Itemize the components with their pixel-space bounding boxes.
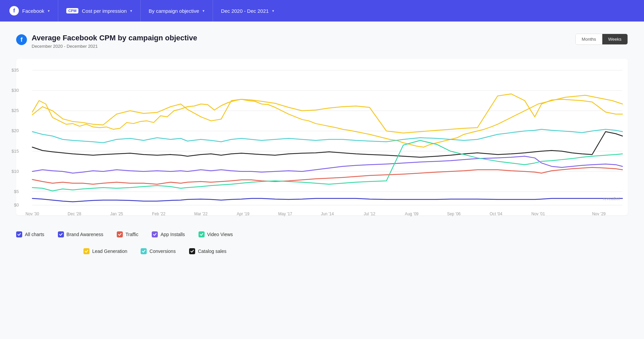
breakdown-label: By campaign objective bbox=[149, 8, 199, 14]
legend-item-brand-awareness[interactable]: Brand Awareness bbox=[58, 231, 103, 237]
svg-text:Feb '22: Feb '22 bbox=[152, 212, 166, 216]
brand-awareness-checkbox[interactable] bbox=[58, 231, 64, 237]
all-charts-label: All charts bbox=[25, 232, 44, 237]
svg-text:Sep '06: Sep '06 bbox=[447, 212, 461, 216]
cpm-badge: CPM bbox=[66, 8, 78, 13]
legend-item-traffic[interactable]: Traffic bbox=[117, 231, 138, 237]
svg-text:$5: $5 bbox=[14, 189, 19, 194]
app-installs-checkbox[interactable] bbox=[152, 231, 158, 237]
svg-text:Jul '12: Jul '12 bbox=[364, 212, 375, 216]
main-content: f Average Facebook CPM by campaign objec… bbox=[0, 22, 644, 339]
svg-text:Mar '22: Mar '22 bbox=[194, 212, 208, 216]
lead-generation-label: Lead Generation bbox=[92, 249, 127, 254]
svg-text:Nov '01: Nov '01 bbox=[531, 212, 545, 216]
chart-container: $35 $30 $25 $20 $15 $10 $5 $0 Nov '30 De… bbox=[16, 59, 628, 215]
period-toggle: Months Weeks bbox=[575, 34, 628, 45]
video-views-checkbox[interactable] bbox=[199, 231, 205, 237]
metric-chevron-icon: ▾ bbox=[130, 9, 132, 13]
brand-awareness-label: Brand Awareness bbox=[67, 232, 103, 237]
svg-text:Apr '19: Apr '19 bbox=[237, 212, 250, 216]
traffic-checkbox[interactable] bbox=[117, 231, 123, 237]
legend-item-app-installs[interactable]: App Installs bbox=[152, 231, 185, 237]
chart-svg: $35 $30 $25 $20 $15 $10 $5 $0 Nov '30 De… bbox=[32, 67, 622, 209]
legend-item-catalog-sales[interactable]: Catalog sales bbox=[189, 248, 226, 254]
legend-item-video-views[interactable]: Video Views bbox=[199, 231, 233, 237]
conversions-label: Conversions bbox=[149, 249, 176, 254]
svg-text:Jan '25: Jan '25 bbox=[110, 212, 123, 216]
conversions-checkbox[interactable] bbox=[141, 248, 147, 254]
legend: All charts Brand Awareness Traffic App I… bbox=[16, 226, 628, 254]
svg-text:$20: $20 bbox=[11, 128, 19, 133]
date-range-label: Dec 2020 - Dec 2021 bbox=[221, 8, 269, 14]
traffic-label: Traffic bbox=[126, 232, 138, 237]
svg-text:$10: $10 bbox=[11, 169, 19, 174]
svg-text:$15: $15 bbox=[11, 149, 19, 154]
chart-title-block: Average Facebook CPM by campaign objecti… bbox=[32, 34, 197, 49]
facebook-chevron-icon: ▾ bbox=[48, 9, 50, 13]
app-installs-label: App Installs bbox=[160, 232, 185, 237]
date-chevron-icon: ▾ bbox=[272, 9, 274, 13]
watermark: revealbot bbox=[603, 196, 620, 201]
catalog-sales-label: Catalog sales bbox=[198, 249, 226, 254]
breakdown-chevron-icon: ▾ bbox=[203, 9, 205, 13]
svg-text:$30: $30 bbox=[11, 88, 19, 93]
video-views-label: Video Views bbox=[207, 232, 233, 237]
facebook-label: Facebook bbox=[22, 8, 44, 14]
breakdown-dropdown[interactable]: By campaign objective ▾ bbox=[141, 0, 213, 22]
svg-text:$25: $25 bbox=[11, 108, 19, 113]
svg-text:$35: $35 bbox=[11, 68, 19, 73]
date-range-dropdown[interactable]: Dec 2020 - Dec 2021 ▾ bbox=[213, 0, 282, 22]
facebook-logo-icon: f bbox=[9, 6, 19, 15]
svg-text:Nov '30: Nov '30 bbox=[26, 212, 39, 216]
metric-label: Cost per impression bbox=[82, 8, 127, 14]
weeks-button[interactable]: Weeks bbox=[602, 34, 628, 44]
catalog-sales-checkbox[interactable] bbox=[189, 248, 195, 254]
svg-text:May '17: May '17 bbox=[278, 212, 292, 216]
chart-title-section: f Average Facebook CPM by campaign objec… bbox=[16, 34, 197, 49]
metric-dropdown[interactable]: CPM Cost per impression ▾ bbox=[58, 0, 141, 22]
lead-generation-checkbox[interactable] bbox=[83, 248, 90, 254]
svg-text:Jun '14: Jun '14 bbox=[321, 212, 334, 216]
chart-subtitle: December 2020 - December 2021 bbox=[32, 44, 197, 49]
facebook-dropdown[interactable]: f Facebook ▾ bbox=[7, 0, 58, 22]
chart-title: Average Facebook CPM by campaign objecti… bbox=[32, 34, 197, 42]
all-charts-checkbox[interactable] bbox=[16, 231, 22, 237]
svg-text:Aug '09: Aug '09 bbox=[405, 212, 419, 216]
svg-text:Dec '28: Dec '28 bbox=[68, 212, 81, 216]
chart-header: f Average Facebook CPM by campaign objec… bbox=[16, 34, 628, 49]
svg-text:Oct '04: Oct '04 bbox=[490, 212, 502, 216]
top-nav: f Facebook ▾ CPM Cost per impression ▾ B… bbox=[0, 0, 644, 22]
legend-item-all-charts[interactable]: All charts bbox=[16, 231, 44, 237]
months-button[interactable]: Months bbox=[576, 34, 602, 44]
legend-item-conversions[interactable]: Conversions bbox=[141, 248, 176, 254]
svg-text:$0: $0 bbox=[14, 202, 19, 208]
svg-text:Nov '29: Nov '29 bbox=[592, 212, 606, 216]
legend-item-lead-generation[interactable]: Lead Generation bbox=[83, 248, 127, 254]
chart-facebook-logo-icon: f bbox=[16, 34, 27, 45]
